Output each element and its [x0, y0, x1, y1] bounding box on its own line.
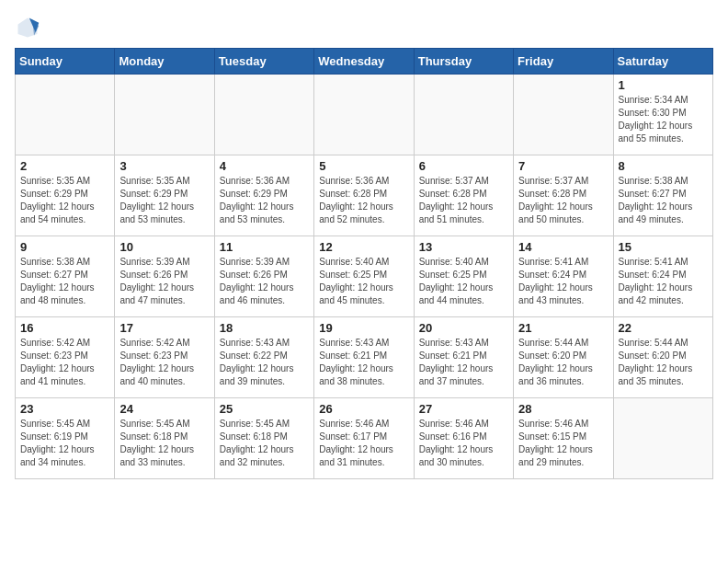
- calendar-cell: 18Sunrise: 5:43 AM Sunset: 6:22 PM Dayli…: [214, 317, 313, 398]
- day-number: 5: [319, 159, 408, 173]
- calendar-cell: [414, 75, 513, 155]
- day-header-friday: Friday: [514, 49, 613, 75]
- day-number: 1: [619, 78, 708, 92]
- calendar-week-row: 23Sunrise: 5:45 AM Sunset: 6:19 PM Dayli…: [16, 398, 713, 479]
- calendar-cell: 9Sunrise: 5:38 AM Sunset: 6:27 PM Daylig…: [16, 236, 115, 317]
- day-info: Sunrise: 5:45 AM Sunset: 6:18 PM Dayligh…: [220, 418, 309, 469]
- calendar-cell: 22Sunrise: 5:44 AM Sunset: 6:20 PM Dayli…: [613, 317, 712, 398]
- day-info: Sunrise: 5:46 AM Sunset: 6:16 PM Dayligh…: [419, 418, 508, 469]
- calendar-cell: 3Sunrise: 5:35 AM Sunset: 6:29 PM Daylig…: [115, 155, 214, 236]
- day-number: 8: [619, 159, 708, 173]
- calendar-cell: [314, 75, 414, 155]
- day-number: 21: [518, 321, 608, 335]
- calendar-cell: 17Sunrise: 5:42 AM Sunset: 6:23 PM Dayli…: [115, 317, 214, 398]
- day-header-thursday: Thursday: [414, 49, 513, 75]
- calendar-cell: 2Sunrise: 5:35 AM Sunset: 6:29 PM Daylig…: [16, 155, 115, 236]
- day-info: Sunrise: 5:36 AM Sunset: 6:29 PM Dayligh…: [220, 175, 309, 226]
- day-number: 6: [419, 159, 508, 173]
- calendar-cell: 6Sunrise: 5:37 AM Sunset: 6:28 PM Daylig…: [414, 155, 513, 236]
- day-info: Sunrise: 5:46 AM Sunset: 6:17 PM Dayligh…: [319, 418, 408, 469]
- day-number: 10: [119, 240, 209, 254]
- day-info: Sunrise: 5:42 AM Sunset: 6:23 PM Dayligh…: [119, 337, 209, 388]
- day-number: 9: [20, 240, 109, 254]
- day-info: Sunrise: 5:37 AM Sunset: 6:28 PM Dayligh…: [518, 175, 608, 226]
- calendar-cell: [115, 75, 214, 155]
- day-info: Sunrise: 5:44 AM Sunset: 6:20 PM Dayligh…: [619, 337, 708, 388]
- calendar-cell: 16Sunrise: 5:42 AM Sunset: 6:23 PM Dayli…: [16, 317, 115, 398]
- calendar-cell: 27Sunrise: 5:46 AM Sunset: 6:16 PM Dayli…: [414, 398, 513, 479]
- calendar-week-row: 9Sunrise: 5:38 AM Sunset: 6:27 PM Daylig…: [16, 236, 713, 317]
- day-number: 14: [518, 240, 608, 254]
- day-info: Sunrise: 5:45 AM Sunset: 6:19 PM Dayligh…: [20, 418, 109, 469]
- day-number: 27: [419, 402, 508, 416]
- day-number: 28: [518, 402, 608, 416]
- logo: [15, 15, 44, 40]
- calendar-cell: 24Sunrise: 5:45 AM Sunset: 6:18 PM Dayli…: [115, 398, 214, 479]
- day-info: Sunrise: 5:40 AM Sunset: 6:25 PM Dayligh…: [419, 256, 508, 307]
- calendar-cell: 28Sunrise: 5:46 AM Sunset: 6:15 PM Dayli…: [514, 398, 613, 479]
- calendar-cell: 19Sunrise: 5:43 AM Sunset: 6:21 PM Dayli…: [314, 317, 414, 398]
- calendar-week-row: 16Sunrise: 5:42 AM Sunset: 6:23 PM Dayli…: [16, 317, 713, 398]
- page-header: [15, 15, 713, 40]
- calendar-cell: 26Sunrise: 5:46 AM Sunset: 6:17 PM Dayli…: [314, 398, 414, 479]
- day-info: Sunrise: 5:39 AM Sunset: 6:26 PM Dayligh…: [220, 256, 309, 307]
- day-info: Sunrise: 5:46 AM Sunset: 6:15 PM Dayligh…: [518, 418, 608, 469]
- calendar-cell: 13Sunrise: 5:40 AM Sunset: 6:25 PM Dayli…: [414, 236, 513, 317]
- day-info: Sunrise: 5:34 AM Sunset: 6:30 PM Dayligh…: [619, 94, 708, 145]
- calendar-cell: 25Sunrise: 5:45 AM Sunset: 6:18 PM Dayli…: [214, 398, 313, 479]
- day-number: 24: [119, 402, 209, 416]
- day-info: Sunrise: 5:35 AM Sunset: 6:29 PM Dayligh…: [20, 175, 109, 226]
- calendar-week-row: 2Sunrise: 5:35 AM Sunset: 6:29 PM Daylig…: [16, 155, 713, 236]
- day-info: Sunrise: 5:38 AM Sunset: 6:27 PM Dayligh…: [20, 256, 109, 307]
- calendar-cell: 1Sunrise: 5:34 AM Sunset: 6:30 PM Daylig…: [613, 75, 712, 155]
- day-info: Sunrise: 5:36 AM Sunset: 6:28 PM Dayligh…: [319, 175, 408, 226]
- calendar-week-row: 1Sunrise: 5:34 AM Sunset: 6:30 PM Daylig…: [16, 75, 713, 155]
- day-info: Sunrise: 5:45 AM Sunset: 6:18 PM Dayligh…: [119, 418, 209, 469]
- calendar-cell: [613, 398, 712, 479]
- day-number: 11: [220, 240, 309, 254]
- calendar-cell: 20Sunrise: 5:43 AM Sunset: 6:21 PM Dayli…: [414, 317, 513, 398]
- calendar-cell: 23Sunrise: 5:45 AM Sunset: 6:19 PM Dayli…: [16, 398, 115, 479]
- calendar-cell: 21Sunrise: 5:44 AM Sunset: 6:20 PM Dayli…: [514, 317, 613, 398]
- calendar-cell: 11Sunrise: 5:39 AM Sunset: 6:26 PM Dayli…: [214, 236, 313, 317]
- day-header-sunday: Sunday: [16, 49, 115, 75]
- day-info: Sunrise: 5:39 AM Sunset: 6:26 PM Dayligh…: [119, 256, 209, 307]
- day-info: Sunrise: 5:35 AM Sunset: 6:29 PM Dayligh…: [119, 175, 209, 226]
- day-number: 19: [319, 321, 408, 335]
- day-number: 7: [518, 159, 608, 173]
- calendar-table: SundayMondayTuesdayWednesdayThursdayFrid…: [15, 48, 713, 479]
- day-number: 18: [220, 321, 309, 335]
- calendar-cell: 4Sunrise: 5:36 AM Sunset: 6:29 PM Daylig…: [214, 155, 313, 236]
- day-number: 26: [319, 402, 408, 416]
- calendar-cell: [16, 75, 115, 155]
- calendar-cell: 10Sunrise: 5:39 AM Sunset: 6:26 PM Dayli…: [115, 236, 214, 317]
- day-header-tuesday: Tuesday: [214, 49, 313, 75]
- calendar-cell: 15Sunrise: 5:41 AM Sunset: 6:24 PM Dayli…: [613, 236, 712, 317]
- day-info: Sunrise: 5:43 AM Sunset: 6:22 PM Dayligh…: [220, 337, 309, 388]
- day-info: Sunrise: 5:41 AM Sunset: 6:24 PM Dayligh…: [518, 256, 608, 307]
- day-header-wednesday: Wednesday: [314, 49, 414, 75]
- logo-icon: [15, 15, 40, 40]
- calendar-header-row: SundayMondayTuesdayWednesdayThursdayFrid…: [16, 49, 713, 75]
- day-number: 23: [20, 402, 109, 416]
- calendar-cell: 5Sunrise: 5:36 AM Sunset: 6:28 PM Daylig…: [314, 155, 414, 236]
- calendar-cell: 8Sunrise: 5:38 AM Sunset: 6:27 PM Daylig…: [613, 155, 712, 236]
- day-number: 12: [319, 240, 408, 254]
- day-number: 3: [119, 159, 209, 173]
- day-info: Sunrise: 5:40 AM Sunset: 6:25 PM Dayligh…: [319, 256, 408, 307]
- day-number: 16: [20, 321, 109, 335]
- day-number: 15: [619, 240, 708, 254]
- day-number: 17: [119, 321, 209, 335]
- day-info: Sunrise: 5:43 AM Sunset: 6:21 PM Dayligh…: [319, 337, 408, 388]
- day-number: 25: [220, 402, 309, 416]
- day-info: Sunrise: 5:43 AM Sunset: 6:21 PM Dayligh…: [419, 337, 508, 388]
- day-number: 4: [220, 159, 309, 173]
- day-info: Sunrise: 5:44 AM Sunset: 6:20 PM Dayligh…: [518, 337, 608, 388]
- day-number: 22: [619, 321, 708, 335]
- day-info: Sunrise: 5:38 AM Sunset: 6:27 PM Dayligh…: [619, 175, 708, 226]
- day-info: Sunrise: 5:42 AM Sunset: 6:23 PM Dayligh…: [20, 337, 109, 388]
- calendar-cell: 12Sunrise: 5:40 AM Sunset: 6:25 PM Dayli…: [314, 236, 414, 317]
- day-info: Sunrise: 5:37 AM Sunset: 6:28 PM Dayligh…: [419, 175, 508, 226]
- calendar-cell: [514, 75, 613, 155]
- day-number: 2: [20, 159, 109, 173]
